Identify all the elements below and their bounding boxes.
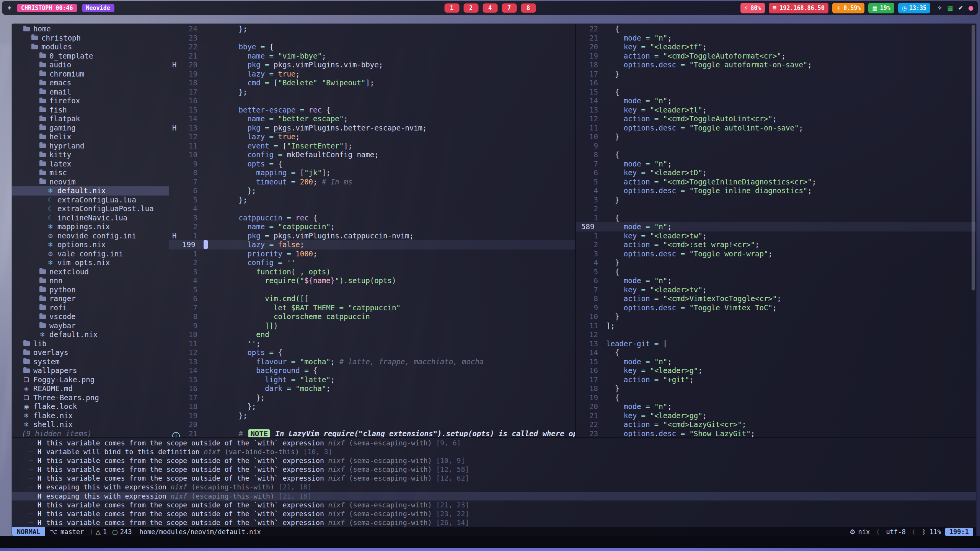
code-token[interactable] xyxy=(287,375,291,384)
code-token[interactable] xyxy=(204,132,247,141)
code-token[interactable]: = xyxy=(287,249,291,258)
code-line[interactable]: 18 cmd = ["Bdelete" "Bwipeout"]; xyxy=(169,78,575,88)
code-token[interactable]: ]; xyxy=(322,168,331,177)
code-token[interactable] xyxy=(208,240,247,249)
code-token[interactable]: .vimPlugins.vim-bbye; xyxy=(291,60,383,69)
code-token[interactable] xyxy=(204,114,247,123)
code-token[interactable]: "n" xyxy=(654,357,667,366)
code-token[interactable]: ; xyxy=(667,34,672,42)
diagnostic-row[interactable]: ─Hthis variable comes from the scope out… xyxy=(12,500,976,509)
code-token[interactable] xyxy=(204,214,239,222)
code-token[interactable]: "n" xyxy=(654,160,667,168)
tree-folder-row[interactable]: christoph xyxy=(12,34,169,43)
code-token[interactable] xyxy=(261,124,265,132)
code-token[interactable]: ").setup(opts) xyxy=(335,276,396,285)
code-token[interactable]: "<leader>gg" xyxy=(650,411,702,420)
code-token[interactable]: key xyxy=(624,366,637,375)
code-token[interactable] xyxy=(274,240,278,249)
code-token[interactable] xyxy=(291,249,295,258)
code-token[interactable]: = xyxy=(269,240,274,249)
code-token[interactable] xyxy=(606,411,624,420)
code-token[interactable]: }; xyxy=(204,411,247,420)
code-token[interactable]: }; xyxy=(204,393,265,402)
code-line[interactable]: 3 } xyxy=(576,196,976,205)
code-token[interactable] xyxy=(274,70,278,78)
code-token[interactable] xyxy=(204,124,247,132)
code-token[interactable]: "Toggle inline diagnostics" xyxy=(689,186,807,195)
code-token[interactable] xyxy=(295,375,300,384)
code-token[interactable]: "<cmd>ToggleAutoLint<cr>" xyxy=(663,114,773,123)
code-token[interactable] xyxy=(606,168,624,177)
code-token[interactable] xyxy=(606,249,624,258)
code-token[interactable] xyxy=(606,420,624,429)
tree-note-row[interactable]: (9 hidden items) xyxy=(12,429,169,438)
code-token[interactable] xyxy=(282,258,287,267)
diagnostic-row[interactable]: ─Hthis variable comes from the scope out… xyxy=(12,456,976,465)
code-token[interactable] xyxy=(295,357,300,366)
code-token[interactable]: catppuccin xyxy=(239,214,282,222)
code-line[interactable]: 3 catppuccin = rec { xyxy=(169,214,575,223)
code-token[interactable] xyxy=(646,106,650,114)
code-token[interactable]: = xyxy=(646,222,650,231)
code-token[interactable]: = xyxy=(646,34,650,42)
code-token[interactable] xyxy=(650,402,654,411)
code-token[interactable]: = xyxy=(654,420,659,429)
code-line[interactable]: 11 event = ["InsertEnter"]; xyxy=(169,142,575,151)
code-token[interactable]: "<leader>tv" xyxy=(650,285,702,294)
workspace-badge[interactable]: 2 xyxy=(463,3,478,13)
code-token[interactable]: options xyxy=(624,303,654,312)
code-token[interactable] xyxy=(685,429,689,438)
code-token[interactable]: ; xyxy=(667,160,672,168)
code-token[interactable] xyxy=(641,222,646,231)
code-line[interactable]: 1 priority = 1000; xyxy=(169,249,575,259)
code-token[interactable] xyxy=(659,52,663,60)
code-token[interactable]: . xyxy=(654,124,659,132)
code-token[interactable]: = xyxy=(304,366,308,375)
code-token[interactable]: = xyxy=(291,168,295,177)
code-token[interactable]: name xyxy=(247,114,265,123)
code-token[interactable]: ; xyxy=(295,132,300,141)
code-line[interactable]: 7 mode = "n"; xyxy=(576,160,976,169)
code-token[interactable] xyxy=(650,178,654,186)
code-token[interactable]: dark xyxy=(265,384,282,393)
code-token[interactable]: "mocha" xyxy=(295,384,326,393)
code-line[interactable]: 14 { xyxy=(576,348,976,357)
code-token[interactable] xyxy=(204,348,247,357)
code-line[interactable]: 21 mode = "n"; xyxy=(576,34,976,43)
code-token[interactable]: desc xyxy=(659,186,676,195)
code-token[interactable]: { xyxy=(606,393,619,402)
code-token[interactable]: ; xyxy=(344,114,348,123)
code-token[interactable] xyxy=(646,168,650,177)
code-token[interactable] xyxy=(606,303,624,312)
code-line[interactable]: 13 key = "<leader>tl"; xyxy=(576,106,976,115)
code-token[interactable] xyxy=(274,132,278,141)
code-token[interactable]: } xyxy=(606,312,619,321)
tree-folder-row[interactable]: hyprland xyxy=(12,142,169,151)
code-token[interactable]: ; xyxy=(768,249,772,258)
code-token[interactable] xyxy=(204,222,247,231)
code-token[interactable]: key xyxy=(624,231,637,240)
tree-file-row[interactable]: ❏Foggy-Lake.png xyxy=(12,375,169,385)
code-token[interactable] xyxy=(606,240,624,249)
scrollbar-thumb[interactable] xyxy=(972,25,975,290)
code-token[interactable]: . xyxy=(654,303,659,312)
code-token[interactable]: bbye xyxy=(239,42,256,51)
code-line[interactable]: 4 xyxy=(169,204,575,214)
tree-folder-row[interactable]: python xyxy=(12,285,169,295)
code-line[interactable]: 7 timeout = 200; # In ms xyxy=(169,178,575,187)
code-token[interactable]: ]; xyxy=(365,78,374,87)
code-token[interactable] xyxy=(265,160,269,168)
code-token[interactable]: priority xyxy=(247,249,282,258)
code-line[interactable]: 12 xyxy=(576,330,976,339)
code-token[interactable] xyxy=(274,222,278,231)
code-token[interactable]: "Toggle word-wrap" xyxy=(689,249,768,258)
code-token[interactable]: true xyxy=(278,132,296,141)
code-token[interactable]: = xyxy=(265,60,269,69)
code-token[interactable]: ; xyxy=(703,285,707,294)
code-line[interactable]: 12 lazy = true; xyxy=(169,132,575,142)
code-token[interactable] xyxy=(650,114,654,123)
code-token[interactable] xyxy=(676,186,680,195)
code-token[interactable] xyxy=(204,142,247,150)
code-token[interactable]: options xyxy=(624,249,654,258)
code-token[interactable]: ; xyxy=(667,276,672,285)
